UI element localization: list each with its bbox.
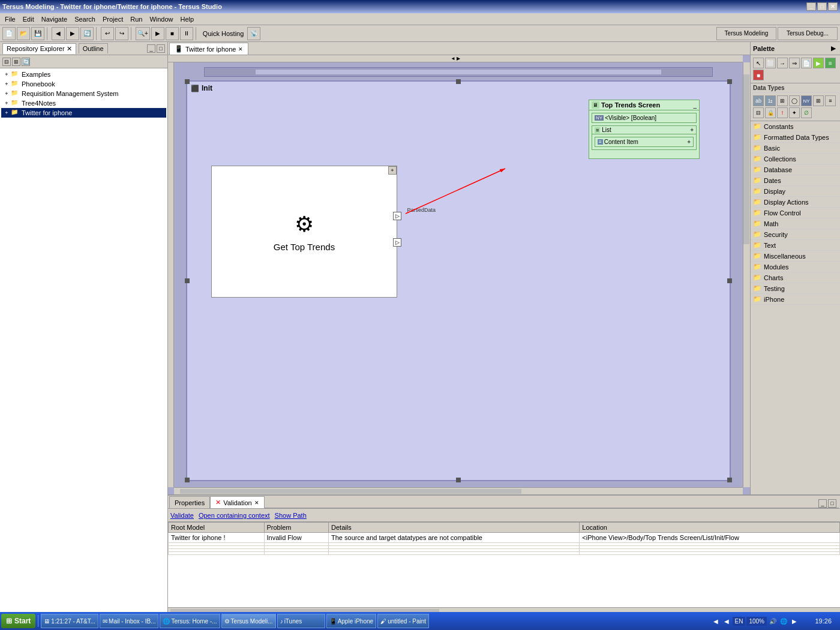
- table-row[interactable]: Twitter for iphone ! Invalid Flow The so…: [169, 533, 840, 543]
- menu-search[interactable]: Search: [71, 14, 99, 24]
- palette-cat-collections[interactable]: 📁 Collections: [751, 154, 840, 164]
- menu-window[interactable]: Window: [146, 14, 176, 24]
- panel-minimize-btn[interactable]: _: [147, 44, 155, 53]
- menu-file[interactable]: File: [1, 14, 19, 24]
- palette-cat-display[interactable]: 📁 Display: [751, 186, 840, 197]
- resize-handle-bottom[interactable]: [456, 478, 461, 482]
- box-tool[interactable]: ⬜: [765, 58, 776, 68]
- palette-cat-security[interactable]: 📁 Security: [751, 229, 840, 240]
- taskbar-item-paint[interactable]: 🖌 untitled - Paint: [377, 614, 429, 628]
- palette-cat-text[interactable]: 📁 Text: [751, 240, 840, 251]
- doc-tool[interactable]: 📄: [801, 58, 812, 68]
- tree-item-requisition[interactable]: + 📁 Requisition Management System: [1, 89, 166, 98]
- show-path-btn[interactable]: Show Path: [275, 512, 307, 519]
- debug-btn[interactable]: Tersus Debug...: [778, 27, 838, 40]
- palette-cat-dates[interactable]: 📁 Dates: [751, 175, 840, 186]
- play-btn[interactable]: ▶: [151, 27, 164, 40]
- tab-outline[interactable]: Outline: [79, 43, 108, 53]
- bottom-maximize-btn[interactable]: □: [828, 499, 836, 508]
- forward-btn[interactable]: ▶: [66, 27, 79, 40]
- tree-expand-btn[interactable]: ⊞: [12, 58, 20, 66]
- dtype-exclaim[interactable]: !: [777, 107, 788, 118]
- menu-help[interactable]: Help: [177, 14, 198, 24]
- arrow2-tool[interactable]: ⇒: [789, 58, 800, 68]
- stop-tool[interactable]: ■: [753, 70, 764, 80]
- new-btn[interactable]: 📄: [2, 27, 16, 40]
- dtype-grid[interactable]: ⊞: [813, 95, 824, 106]
- palette-cat-flow-control[interactable]: 📁 Flow Control: [751, 208, 840, 218]
- resize-handle-tr[interactable]: [727, 79, 732, 84]
- palette-cat-iphone[interactable]: 📁 iPhone: [751, 294, 840, 305]
- play-tool[interactable]: ▶: [813, 58, 824, 68]
- dtype-num[interactable]: 1₂: [765, 95, 776, 106]
- tree-collapse-btn[interactable]: ⊟: [2, 58, 11, 66]
- palette-cat-testing[interactable]: 📁 Testing: [751, 283, 840, 294]
- undo-btn[interactable]: ↩: [101, 27, 114, 40]
- list-tool[interactable]: ≡: [825, 58, 836, 68]
- menu-edit[interactable]: Edit: [19, 14, 38, 24]
- open-containing-context-btn[interactable]: Open containing context: [199, 512, 270, 519]
- maximize-btn[interactable]: □: [817, 2, 827, 11]
- toggle-requisition[interactable]: +: [2, 89, 11, 98]
- tab-repository-explorer[interactable]: Repository Explorer ✕: [2, 43, 76, 54]
- save-btn[interactable]: 💾: [31, 27, 44, 40]
- redo-btn[interactable]: ↪: [115, 27, 128, 40]
- toggle-phonebook[interactable]: +: [2, 80, 11, 88]
- hosting-btn[interactable]: 📡: [247, 27, 260, 40]
- validation-close-btn[interactable]: ✕: [254, 500, 259, 506]
- resize-handle-bl[interactable]: [185, 478, 190, 482]
- diagram-area[interactable]: ◄ ▶: [168, 55, 750, 494]
- taskbar-item-tersus-home[interactable]: 🌐 Tersus: Home -...: [160, 614, 220, 628]
- menu-run[interactable]: Run: [127, 14, 146, 24]
- panel-maximize-btn[interactable]: □: [157, 44, 165, 53]
- diagram-vscroll-right[interactable]: [743, 62, 750, 487]
- toggle-tree4notes[interactable]: +: [2, 99, 11, 107]
- refresh-btn[interactable]: 🔄: [80, 27, 94, 40]
- modeling-btn[interactable]: Tersus Modeling: [716, 27, 776, 40]
- minimize-screen-btn[interactable]: _: [693, 102, 697, 109]
- taskbar-item-mail[interactable]: ✉ Mail - Inbox - IB...: [100, 614, 158, 628]
- tab-validation[interactable]: ✕ Validation ✕: [210, 496, 265, 508]
- tree-item-twitter[interactable]: + 📁 Twitter for iphone: [1, 108, 166, 118]
- dtype-lock[interactable]: 🔒: [765, 107, 776, 118]
- resize-handle-br[interactable]: [727, 478, 732, 482]
- dtype-ny[interactable]: NY: [801, 95, 812, 106]
- taskbar-item-apple-iphone[interactable]: 📱 Apple iPhone: [326, 614, 377, 628]
- palette-cat-miscellaneous[interactable]: 📁 Miscellaneous: [751, 251, 840, 262]
- resize-handle-tl[interactable]: [185, 79, 190, 84]
- dtype-text[interactable]: ab: [753, 95, 764, 106]
- palette-cat-math[interactable]: 📁 Math: [751, 218, 840, 229]
- dtype-null[interactable]: ∅: [801, 107, 812, 118]
- menu-project[interactable]: Project: [99, 14, 127, 24]
- palette-cat-constants[interactable]: 📁 Constants: [751, 121, 840, 132]
- bottom-minimize-btn[interactable]: _: [818, 499, 827, 508]
- close-btn[interactable]: ✕: [828, 2, 838, 11]
- taskbar-item-att[interactable]: 🖥 1:21:27 - AT&T...: [41, 614, 98, 628]
- start-button[interactable]: ⊞ Start: [1, 614, 35, 628]
- flow-port-1[interactable]: ▷: [393, 212, 401, 220]
- flow-port-2[interactable]: ▷: [393, 238, 401, 247]
- tab-close-btn[interactable]: ✕: [238, 46, 243, 52]
- toggle-examples[interactable]: +: [2, 70, 11, 79]
- dtype-list2[interactable]: ⊟: [753, 107, 764, 118]
- taskbar-item-tersus-modeling[interactable]: ⚙ Tersus Modeli...: [221, 614, 276, 628]
- get-top-trends-block[interactable]: + ▷ ▷ ParsedData ⚙ Get Top Trends: [211, 166, 397, 298]
- dtype-star[interactable]: ✦: [789, 107, 800, 118]
- palette-cat-basic[interactable]: 📁 Basic: [751, 143, 840, 154]
- dtype-circle[interactable]: ◯: [789, 95, 800, 106]
- taskbar-item-itunes[interactable]: ♪ iTunes: [277, 614, 325, 628]
- list-expand-btn[interactable]: +: [690, 127, 694, 133]
- palette-cat-display-actions[interactable]: 📁 Display Actions: [751, 197, 840, 208]
- resize-handle-left[interactable]: [185, 278, 190, 283]
- tab-properties[interactable]: Properties: [169, 496, 210, 508]
- list-block[interactable]: ≡ List + ≡ Content Item: [592, 125, 697, 150]
- palette-cat-formatted[interactable]: 📁 Formatted Data Types: [751, 132, 840, 143]
- tree-item-phonebook[interactable]: + 📁 Phonebook: [1, 79, 166, 89]
- diagram-hscroll-top[interactable]: ◄ ▶: [168, 55, 743, 62]
- validate-btn[interactable]: Validate: [170, 512, 194, 519]
- stop-btn[interactable]: ■: [166, 27, 179, 40]
- resize-handle-top[interactable]: [456, 79, 461, 84]
- palette-cat-charts[interactable]: 📁 Charts: [751, 272, 840, 283]
- pause-btn[interactable]: ⏸: [180, 27, 193, 40]
- tree-item-examples[interactable]: + 📁 Examples: [1, 70, 166, 79]
